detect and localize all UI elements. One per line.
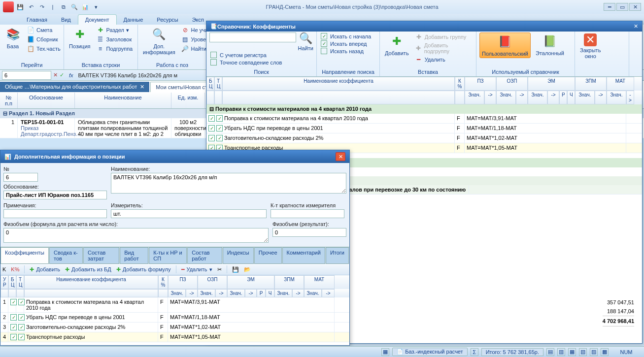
smeta-button[interactable]: 📄Смета [26,26,62,34]
dop-tab-other[interactable]: Прочее [254,247,282,264]
ref-row[interactable]: ✓✓Поправка к стоимости материала на 4 кв… [206,114,642,124]
prim-input[interactable] [3,209,107,218]
dop-tab-comment[interactable]: Комментарий [282,247,325,264]
copy-icon[interactable]: ⧉ [59,2,68,11]
tech-button[interactable]: 📋Тех.часть [26,44,62,53]
view5-icon[interactable]: ▨ [590,348,598,356]
dop-close-button[interactable]: ✕ [336,152,345,161]
ref-search-input[interactable] [209,32,296,42]
tool-k-icon[interactable]: K [2,266,6,272]
tab-resources[interactable]: Ресурсы [150,15,185,25]
save-icon[interactable]: 💾 [16,2,25,11]
add-button[interactable]: ✚Добавить [30,266,60,273]
app-icon[interactable] [3,1,14,12]
ref-user-button[interactable]: 📕Пользовательский [479,32,531,58]
tab-data[interactable]: Данные [117,15,150,25]
tool-kpercent-icon[interactable]: K% [11,266,19,272]
find-icon: 🔎 [181,45,189,53]
dop-tab-nrsp[interactable]: К-ты к НР и СП [149,247,187,264]
ref-etalon-button[interactable]: 📗Эталонный [534,32,566,57]
sbornik-button[interactable]: 📘Сборник [26,35,62,44]
layer-icon[interactable]: ▦ [381,348,389,356]
del-button[interactable]: ━Удалить ▾ [181,266,212,273]
close-icon[interactable]: ✕ [140,84,144,90]
calc-mode[interactable]: 📄 Баз.-индексный расчет [392,348,468,356]
zagolovok-button[interactable]: ☰Заголовок [96,35,134,44]
view2-icon[interactable]: ▥ [557,348,565,356]
view4-icon[interactable]: ▧ [579,348,587,356]
sigma-icon[interactable]: Σ [471,348,478,356]
ref-reg-checkbox[interactable]: С учетом регистра [209,51,313,59]
cell-ref-input[interactable] [2,71,51,80]
view1-icon[interactable]: ▤ [546,348,554,356]
coef-row-selected[interactable]: 4✓✓Транспортные расходыFМАТ=МАТ*1,05-МАТ [0,332,349,342]
podgruppa-button[interactable]: ≡Подгруппа [96,44,134,53]
ref-addsubgroup-button: ✚Добавить подгруппу [414,42,473,55]
krat-input[interactable] [271,209,344,218]
fiz-formula-input[interactable]: 0 [3,228,269,243]
tab-main[interactable]: Главная [20,15,54,25]
group-workpos-title: Работа с поз [141,61,203,68]
dop-titlebar[interactable]: 📊 Дополнительная информация о позиции ✕ [0,150,349,163]
ref-group-row[interactable]: ⊟ Поправки к стоимости материалов на 4 к… [206,104,642,114]
addbd-button[interactable]: ✚Добавить из БД [65,266,111,273]
col-ed[interactable]: Ед. изм. [171,93,205,108]
cut-icon[interactable]: ✂ [217,266,222,273]
dop-tab-vid[interactable]: Вид работ [120,247,148,264]
save-icon[interactable]: 💾 [232,266,239,273]
col-name[interactable]: Наименование [75,93,171,108]
col-obosn[interactable]: Обоснование [18,93,75,108]
ref-row[interactable]: ✓✓Заготовительно-складские расходы 2%FМА… [206,133,642,143]
fiz-res-input[interactable] [272,228,346,237]
izm-input[interactable] [111,209,267,218]
close-button[interactable]: ✕ [629,3,641,11]
ref-exact-checkbox[interactable]: Точное совпадение слов [209,59,313,66]
ref-begin-checkbox[interactable]: Искать с начала [320,32,376,40]
ref-close-btn[interactable]: ✕Закрыть окно [578,32,603,60]
sheet-tab-right[interactable]: Мои сметы\Новая ст [150,82,213,92]
tech-icon: 📋 [27,45,34,53]
dop-tab-itogi[interactable]: Итоги [326,247,349,264]
view6-icon[interactable]: ▩ [601,348,609,356]
dop-tab-index[interactable]: Индексы [223,247,254,264]
ref-del-button[interactable]: ━Удалить [414,55,473,64]
qat-more-icon[interactable]: ▾ [92,2,101,11]
ref-find-button[interactable]: 🔍Найти [298,32,313,51]
position-button[interactable]: ✚Позиция [67,26,93,50]
tab-view[interactable]: Вид [54,15,78,25]
coef-row[interactable]: 2✓✓Убрать НДС при переводе в цены 2001FМ… [0,313,349,323]
cancel-icon[interactable]: ✕ [53,72,58,78]
redo-icon[interactable]: ↷ [37,2,46,11]
coef-row[interactable]: 3✓✓Заготовительно-складские расходы 2%FМ… [0,323,349,332]
undo-icon[interactable]: ↶ [27,2,35,11]
accept-icon[interactable]: ✓ [60,72,64,78]
dop-tab-sostavr[interactable]: Состав работ [187,247,222,264]
minimize-button[interactable]: ━ [604,3,615,11]
maximize-button[interactable]: ▭ [616,3,628,11]
dop-tab-coef[interactable]: Коэффициенты [0,247,49,264]
obosn-input[interactable] [3,191,107,199]
name-textarea[interactable]: ВАЛТЕК VT396 Калибр 16x20x26 для м/п [111,173,346,194]
ref-total-2: 188 147,04 [603,307,634,316]
view3-icon[interactable]: ▦ [568,348,576,356]
sheet-tab-left[interactable]: Общие …\Материалы для общестроительных р… [0,82,149,92]
dop-tab-sostav[interactable]: Состав затрат [83,247,119,264]
razdel-button[interactable]: ✚Раздел ▾ [96,26,134,34]
ref-titlebar[interactable]: 📑 Справочник: Коэффициенты ✕ [206,21,642,32]
col-npp[interactable]: № п.п [0,93,18,108]
addform-button[interactable]: ✚Добавить формулу [116,266,171,273]
ref-back-checkbox[interactable]: Искать назад [320,47,376,55]
ref-close-button[interactable]: ✕ [634,23,638,30]
no-input[interactable] [3,173,38,182]
chart-icon[interactable]: 📊 [81,2,90,11]
ref-fwd-checkbox[interactable]: Искать вперед [320,40,376,47]
dop-info-button[interactable]: 🔍Доп. информация [141,26,177,56]
base-button[interactable]: 📚База [3,26,23,50]
tab-document[interactable]: Документ [78,14,117,25]
ref-row[interactable]: ✓✓Убрать НДС при переводе в цены 2001FМА… [206,124,642,133]
coef-row[interactable]: 1✓✓Поправка к стоимости материала на 4 к… [0,297,349,313]
ref-add-button[interactable]: ✚Добавить [383,32,411,57]
binoc-icon[interactable]: 🔍 [70,2,79,11]
dop-tab-svodka[interactable]: Сводка к-тов [49,247,83,264]
open-icon[interactable]: 📂 [244,266,251,273]
